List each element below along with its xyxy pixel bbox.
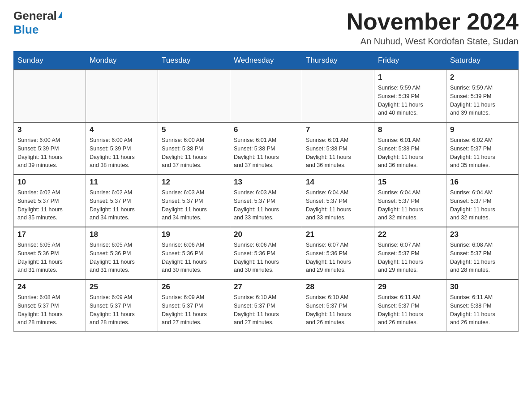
day-info: Sunrise: 6:00 AMSunset: 5:38 PMDaylight:… [162,136,226,170]
day-info: Sunrise: 6:06 AMSunset: 5:36 PMDaylight:… [162,241,226,274]
calendar-day-cell: 14Sunrise: 6:04 AMSunset: 5:37 PMDayligh… [302,175,374,227]
day-number: 6 [234,125,298,134]
calendar-day-cell: 21Sunrise: 6:07 AMSunset: 5:36 PMDayligh… [302,227,374,279]
calendar-day-cell [86,70,158,122]
day-number: 10 [17,178,82,187]
calendar-day-cell: 7Sunrise: 6:01 AMSunset: 5:38 PMDaylight… [302,122,374,175]
day-number: 25 [90,283,154,291]
day-number: 15 [378,178,442,187]
calendar-header-thursday: Thursday [302,51,374,70]
calendar-day-cell: 12Sunrise: 6:03 AMSunset: 5:37 PMDayligh… [158,175,230,227]
month-title: November 2024 [347,9,519,34]
calendar-day-cell: 10Sunrise: 6:02 AMSunset: 5:37 PMDayligh… [14,175,86,227]
calendar-header-monday: Monday [86,51,158,70]
day-number: 28 [306,283,370,291]
calendar-day-cell: 27Sunrise: 6:10 AMSunset: 5:37 PMDayligh… [230,279,302,332]
day-number: 23 [450,230,515,239]
day-info: Sunrise: 6:04 AMSunset: 5:37 PMDaylight:… [450,188,515,222]
logo: General Blue [13,9,62,37]
day-info: Sunrise: 6:02 AMSunset: 5:37 PMDaylight:… [90,188,154,222]
day-info: Sunrise: 6:08 AMSunset: 5:37 PMDaylight:… [17,293,82,327]
day-info: Sunrise: 6:11 AMSunset: 5:38 PMDaylight:… [450,293,515,327]
day-number: 4 [90,125,154,134]
calendar-day-cell [230,70,302,122]
day-info: Sunrise: 6:00 AMSunset: 5:39 PMDaylight:… [90,136,154,170]
logo-blue-text: Blue [13,23,39,36]
header: General Blue November 2024 An Nuhud, Wes… [13,9,519,47]
calendar-day-cell: 25Sunrise: 6:09 AMSunset: 5:37 PMDayligh… [86,279,158,332]
logo-general-text: General [13,9,57,23]
day-info: Sunrise: 6:11 AMSunset: 5:37 PMDaylight:… [378,293,442,327]
calendar-day-cell: 6Sunrise: 6:01 AMSunset: 5:38 PMDaylight… [230,122,302,175]
day-number: 29 [378,283,442,291]
calendar-day-cell: 26Sunrise: 6:09 AMSunset: 5:37 PMDayligh… [158,279,230,332]
day-number: 2 [450,73,515,82]
day-info: Sunrise: 6:05 AMSunset: 5:36 PMDaylight:… [17,241,82,274]
calendar-header-saturday: Saturday [446,51,519,70]
day-number: 14 [306,178,370,187]
day-info: Sunrise: 6:03 AMSunset: 5:37 PMDaylight:… [234,188,298,222]
day-info: Sunrise: 6:01 AMSunset: 5:38 PMDaylight:… [378,136,442,170]
day-info: Sunrise: 6:08 AMSunset: 5:37 PMDaylight:… [450,241,515,274]
day-info: Sunrise: 6:05 AMSunset: 5:36 PMDaylight:… [90,241,154,274]
calendar-day-cell: 18Sunrise: 6:05 AMSunset: 5:36 PMDayligh… [86,227,158,279]
calendar-day-cell: 30Sunrise: 6:11 AMSunset: 5:38 PMDayligh… [446,279,519,332]
calendar-header-tuesday: Tuesday [158,51,230,70]
day-info: Sunrise: 6:10 AMSunset: 5:37 PMDaylight:… [234,293,298,327]
location-text: An Nuhud, West Kordofan State, Sudan [347,36,519,47]
calendar-day-cell: 15Sunrise: 6:04 AMSunset: 5:37 PMDayligh… [374,175,446,227]
day-number: 17 [17,230,82,239]
calendar-day-cell: 2Sunrise: 5:59 AMSunset: 5:39 PMDaylight… [446,70,519,122]
day-number: 5 [162,125,226,134]
calendar-day-cell: 3Sunrise: 6:00 AMSunset: 5:39 PMDaylight… [14,122,86,175]
day-number: 24 [17,283,82,291]
calendar-day-cell: 20Sunrise: 6:06 AMSunset: 5:36 PMDayligh… [230,227,302,279]
day-number: 8 [378,125,442,134]
day-info: Sunrise: 6:04 AMSunset: 5:37 PMDaylight:… [378,188,442,222]
day-info: Sunrise: 6:04 AMSunset: 5:37 PMDaylight:… [306,188,370,222]
day-info: Sunrise: 6:02 AMSunset: 5:37 PMDaylight:… [450,136,515,170]
day-info: Sunrise: 6:01 AMSunset: 5:38 PMDaylight:… [306,136,370,170]
day-number: 12 [162,178,226,187]
calendar-day-cell: 28Sunrise: 6:10 AMSunset: 5:37 PMDayligh… [302,279,374,332]
day-number: 20 [234,230,298,239]
calendar-header-wednesday: Wednesday [230,51,302,70]
title-area: November 2024 An Nuhud, West Kordofan St… [347,9,519,47]
calendar-week-row: 3Sunrise: 6:00 AMSunset: 5:39 PMDaylight… [14,122,519,175]
calendar-day-cell: 29Sunrise: 6:11 AMSunset: 5:37 PMDayligh… [374,279,446,332]
day-number: 13 [234,178,298,187]
day-number: 9 [450,125,515,134]
day-number: 7 [306,125,370,134]
calendar-header-row: SundayMondayTuesdayWednesdayThursdayFrid… [14,51,519,70]
day-number: 26 [162,283,226,291]
calendar-table: SundayMondayTuesdayWednesdayThursdayFrid… [13,51,519,332]
calendar-day-cell: 13Sunrise: 6:03 AMSunset: 5:37 PMDayligh… [230,175,302,227]
day-number: 11 [90,178,154,187]
day-info: Sunrise: 6:01 AMSunset: 5:38 PMDaylight:… [234,136,298,170]
day-info: Sunrise: 6:07 AMSunset: 5:36 PMDaylight:… [306,241,370,274]
calendar-week-row: 24Sunrise: 6:08 AMSunset: 5:37 PMDayligh… [14,279,519,332]
calendar-day-cell: 24Sunrise: 6:08 AMSunset: 5:37 PMDayligh… [14,279,86,332]
day-info: Sunrise: 6:00 AMSunset: 5:39 PMDaylight:… [17,136,82,170]
calendar-day-cell: 23Sunrise: 6:08 AMSunset: 5:37 PMDayligh… [446,227,519,279]
calendar-header-sunday: Sunday [14,51,86,70]
day-number: 16 [450,178,515,187]
day-number: 19 [162,230,226,239]
day-info: Sunrise: 6:03 AMSunset: 5:37 PMDaylight:… [162,188,226,222]
calendar-week-row: 1Sunrise: 5:59 AMSunset: 5:39 PMDaylight… [14,70,519,122]
day-info: Sunrise: 6:07 AMSunset: 5:37 PMDaylight:… [378,241,442,274]
day-info: Sunrise: 5:59 AMSunset: 5:39 PMDaylight:… [450,84,515,117]
day-number: 18 [90,230,154,239]
day-info: Sunrise: 6:02 AMSunset: 5:37 PMDaylight:… [17,188,82,222]
calendar-day-cell: 17Sunrise: 6:05 AMSunset: 5:36 PMDayligh… [14,227,86,279]
calendar-day-cell: 16Sunrise: 6:04 AMSunset: 5:37 PMDayligh… [446,175,519,227]
calendar-day-cell: 4Sunrise: 6:00 AMSunset: 5:39 PMDaylight… [86,122,158,175]
day-number: 22 [378,230,442,239]
calendar-week-row: 17Sunrise: 6:05 AMSunset: 5:36 PMDayligh… [14,227,519,279]
day-number: 1 [378,73,442,82]
calendar-day-cell [158,70,230,122]
day-info: Sunrise: 6:06 AMSunset: 5:36 PMDaylight:… [234,241,298,274]
logo-triangle-icon [58,11,62,18]
calendar-day-cell: 1Sunrise: 5:59 AMSunset: 5:39 PMDaylight… [374,70,446,122]
calendar-day-cell: 22Sunrise: 6:07 AMSunset: 5:37 PMDayligh… [374,227,446,279]
